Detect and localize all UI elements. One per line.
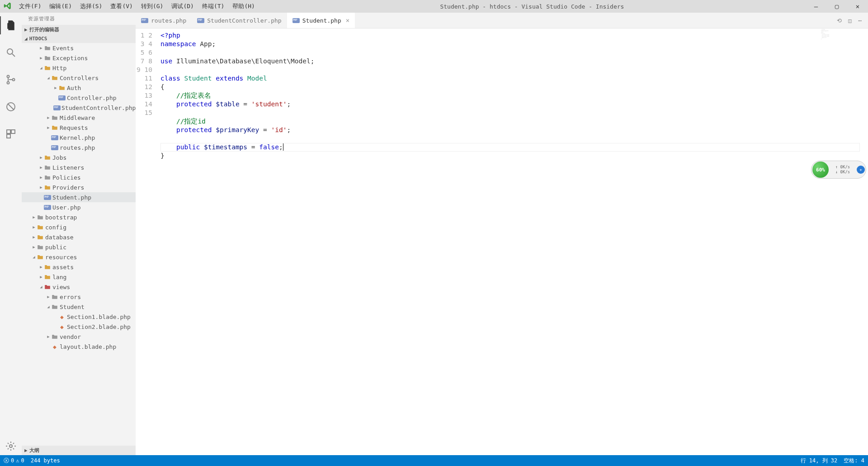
tree-folder[interactable]: ◢Controllers xyxy=(22,73,136,83)
status-errors[interactable]: ⓧ 0 ⚠ 0 xyxy=(4,457,24,465)
tree-folder[interactable]: ▶public xyxy=(22,242,136,252)
menu-item[interactable]: 文件(F) xyxy=(15,1,45,12)
status-ln-col[interactable]: 行 14, 列 32 xyxy=(801,457,838,465)
tree-folder[interactable]: ▶Jobs xyxy=(22,152,136,162)
folder-icon xyxy=(43,284,52,290)
svg-line-1 xyxy=(12,54,15,57)
widget-percent: 60% xyxy=(812,162,829,178)
tree-folder[interactable]: ◢Student xyxy=(22,302,136,312)
tree-folder[interactable]: ◢Http xyxy=(22,63,136,73)
php-icon xyxy=(51,135,59,140)
source-control-icon[interactable] xyxy=(0,71,22,89)
tree-folder[interactable]: ▶vendor xyxy=(22,332,136,342)
tree-file[interactable]: Kernel.php xyxy=(22,133,136,143)
folder-icon xyxy=(36,234,44,240)
widget-plus-icon[interactable]: + xyxy=(857,166,865,174)
sidebar: 资源管理器 ▶打开的编辑器 ◢HTDOCS ▶Events▶Exceptions… xyxy=(22,13,136,455)
editor-tab[interactable]: StudentController.php xyxy=(192,13,287,28)
menu-item[interactable]: 终端(T) xyxy=(198,1,228,12)
search-icon[interactable] xyxy=(0,43,22,62)
folder-icon xyxy=(51,125,59,130)
explorer-icon[interactable] xyxy=(0,16,22,34)
tree-file[interactable]: Controller.php xyxy=(22,93,136,103)
svg-point-3 xyxy=(7,82,9,84)
menu-item[interactable]: 查看(V) xyxy=(107,1,136,12)
tree-folder[interactable]: ▶Listeners xyxy=(22,162,136,172)
folder-icon xyxy=(43,65,52,71)
close-icon[interactable]: × xyxy=(346,17,349,24)
minimize-button[interactable]: — xyxy=(806,3,826,10)
folder-icon xyxy=(36,224,44,230)
folder-icon xyxy=(43,185,52,190)
tree-folder[interactable]: ▶errors xyxy=(22,292,136,302)
settings-gear-icon[interactable] xyxy=(0,437,22,455)
tree-folder[interactable]: ▶Policies xyxy=(22,172,136,182)
svg-rect-8 xyxy=(7,134,10,138)
tree-file[interactable]: ◆Section1.blade.php xyxy=(22,312,136,322)
folder-icon xyxy=(43,274,52,280)
status-bytes[interactable]: 244 bytes xyxy=(31,457,60,464)
network-widget[interactable]: 60% ↑ 0K/s ↓ 0K/s + xyxy=(811,161,866,179)
tree-folder[interactable]: ◢resources xyxy=(22,252,136,262)
tree-folder[interactable]: ▶Auth xyxy=(22,83,136,93)
debug-icon[interactable] xyxy=(0,98,22,116)
minimap[interactable]: <?php namespace use class protected prot… xyxy=(821,29,862,61)
tree-folder[interactable]: ▶database xyxy=(22,232,136,242)
tree-folder[interactable]: ▶Providers xyxy=(22,182,136,192)
sidebar-title: 资源管理器 xyxy=(22,13,136,25)
tree-folder[interactable]: ▶Events xyxy=(22,43,136,53)
tree-folder[interactable]: ▶Requests xyxy=(22,123,136,133)
folder-icon xyxy=(43,264,52,270)
folder-icon xyxy=(51,334,59,339)
split-icon[interactable]: ◫ xyxy=(848,17,852,24)
close-button[interactable]: ✕ xyxy=(847,3,868,10)
tree-file[interactable]: User.php xyxy=(22,202,136,212)
outline-section[interactable]: ▶大纲 xyxy=(22,446,136,455)
tree-folder[interactable]: ▶bootstrap xyxy=(22,212,136,222)
folder-icon xyxy=(58,85,66,90)
editor-tab[interactable]: routes.php xyxy=(136,13,192,28)
tree-file[interactable]: StudentController.php xyxy=(22,103,136,113)
php-icon xyxy=(292,18,300,23)
tree-folder[interactable]: ◢views xyxy=(22,282,136,292)
tree-file[interactable]: ◆Section2.blade.php xyxy=(22,322,136,332)
extensions-icon[interactable] xyxy=(0,125,22,143)
menu-item[interactable]: 编辑(E) xyxy=(46,1,75,12)
blade-icon: ◆ xyxy=(58,314,66,320)
open-editors-section[interactable]: ▶打开的编辑器 xyxy=(22,25,136,34)
tree-folder[interactable]: ▶config xyxy=(22,222,136,232)
menu-item[interactable]: 选择(S) xyxy=(76,1,106,12)
tree-folder[interactable]: ▶assets xyxy=(22,262,136,272)
php-icon xyxy=(43,205,52,210)
tree-folder[interactable]: ▶lang xyxy=(22,272,136,282)
tree-file[interactable]: Student.php xyxy=(22,192,136,202)
svg-rect-7 xyxy=(11,130,15,133)
editor-tab[interactable]: Student.php× xyxy=(287,13,355,28)
menu-item[interactable]: 转到(G) xyxy=(137,1,167,12)
project-section[interactable]: ◢HTDOCS xyxy=(22,34,136,43)
compare-icon[interactable]: ⟲ xyxy=(837,17,842,24)
folder-icon xyxy=(51,75,59,81)
more-icon[interactable]: ⋯ xyxy=(858,17,862,24)
tree-folder[interactable]: ▶Exceptions xyxy=(22,53,136,63)
svg-point-0 xyxy=(7,49,13,54)
tree-file[interactable]: routes.php xyxy=(22,143,136,152)
php-icon xyxy=(141,18,148,23)
tree-file[interactable]: ◆layout.blade.php xyxy=(22,342,136,352)
maximize-button[interactable]: ▢ xyxy=(826,3,847,10)
folder-icon xyxy=(51,304,59,309)
tree-folder[interactable]: ▶Middleware xyxy=(22,113,136,123)
menu-item[interactable]: 调试(D) xyxy=(168,1,197,12)
svg-rect-6 xyxy=(7,130,10,133)
code-area[interactable]: 1 2 3 4 5 6 7 8 9 10 11 12 13 14 15 <?ph… xyxy=(136,29,868,160)
svg-point-2 xyxy=(7,76,9,78)
folder-icon xyxy=(36,214,44,220)
folder-icon xyxy=(43,45,52,51)
title-bar: 文件(F)编辑(E)选择(S)查看(V)转到(G)调试(D)终端(T)帮助(H)… xyxy=(0,0,868,13)
menu-item[interactable]: 帮助(H) xyxy=(229,1,258,12)
php-icon xyxy=(51,145,59,150)
code-lines[interactable]: <?php namespace App; use Illuminate\Data… xyxy=(160,31,868,160)
svg-point-9 xyxy=(9,445,12,447)
gutter: 1 2 3 4 5 6 7 8 9 10 11 12 13 14 15 xyxy=(136,31,160,160)
status-spaces[interactable]: 空格: 4 xyxy=(844,457,864,465)
